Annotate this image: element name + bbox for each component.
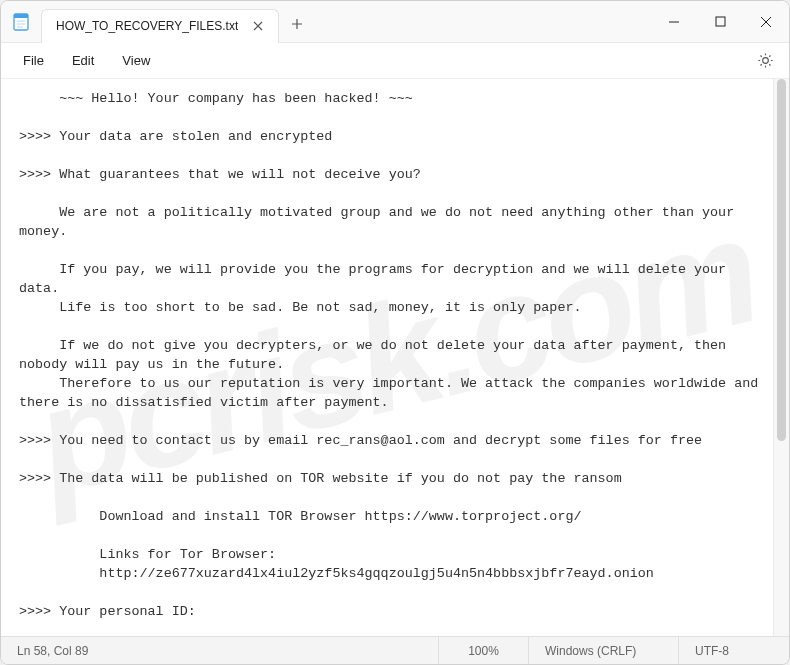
close-tab-button[interactable] <box>248 16 268 36</box>
file-tab[interactable]: HOW_TO_RECOVERY_FILES.txt <box>41 9 279 43</box>
new-tab-button[interactable] <box>279 7 315 41</box>
document-text[interactable]: ~~~ Hello! Your company has been hacked!… <box>1 79 789 631</box>
line-endings[interactable]: Windows (CRLF) <box>529 637 679 664</box>
zoom-level[interactable]: 100% <box>439 637 529 664</box>
close-icon <box>253 21 263 31</box>
maximize-icon <box>715 16 726 27</box>
encoding[interactable]: UTF-8 <box>679 637 789 664</box>
maximize-button[interactable] <box>697 1 743 43</box>
gear-icon <box>757 52 774 69</box>
editor-area: ~~~ Hello! Your company has been hacked!… <box>1 79 789 636</box>
minimize-button[interactable] <box>651 1 697 43</box>
scroll-thumb[interactable] <box>777 79 786 441</box>
menubar: File Edit View <box>1 43 789 79</box>
menu-view[interactable]: View <box>108 47 164 74</box>
notepad-window: HOW_TO_RECOVERY_FILES.txt <box>0 0 790 665</box>
close-icon <box>760 16 772 28</box>
titlebar: HOW_TO_RECOVERY_FILES.txt <box>1 1 789 43</box>
svg-rect-1 <box>14 14 28 18</box>
notepad-icon <box>1 1 41 43</box>
menu-file[interactable]: File <box>9 47 58 74</box>
plus-icon <box>291 18 303 30</box>
close-window-button[interactable] <box>743 1 789 43</box>
window-controls <box>651 1 789 43</box>
vertical-scrollbar[interactable] <box>773 79 789 636</box>
minimize-icon <box>668 16 680 28</box>
statusbar: Ln 58, Col 89 100% Windows (CRLF) UTF-8 <box>1 636 789 664</box>
cursor-position[interactable]: Ln 58, Col 89 <box>1 637 439 664</box>
settings-button[interactable] <box>749 45 781 77</box>
tab-title: HOW_TO_RECOVERY_FILES.txt <box>56 19 238 33</box>
menu-edit[interactable]: Edit <box>58 47 108 74</box>
svg-rect-5 <box>716 17 725 26</box>
